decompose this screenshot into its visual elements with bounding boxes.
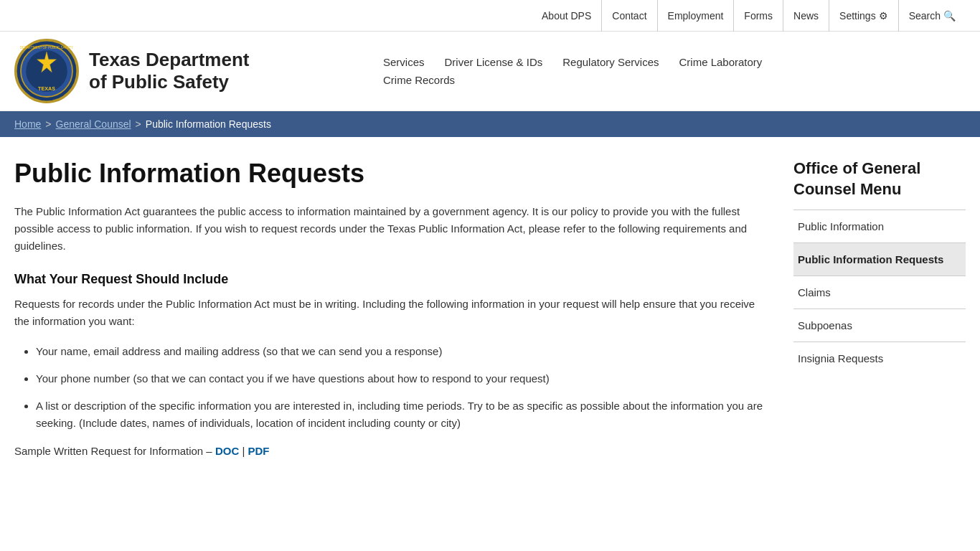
intro-paragraph: The Public Information Act guarantees th…: [14, 203, 772, 255]
sidebar: Office of General Counsel Menu Public In…: [793, 159, 966, 457]
list-item: A list or description of the specific in…: [36, 397, 772, 432]
svg-text:TEXAS: TEXAS: [38, 85, 55, 92]
news-link[interactable]: News: [783, 0, 829, 32]
about-dps-link[interactable]: About DPS: [532, 0, 602, 32]
sample-links-section: Sample Written Request for Information –…: [14, 445, 772, 457]
list-item: Your name, email address and mailing add…: [36, 343, 772, 360]
sidebar-link-subpoenas[interactable]: Subpoenas: [793, 309, 966, 342]
sidebar-link-insignia[interactable]: Insignia Requests: [793, 342, 966, 375]
logo-area: TEXAS DEPARTMENT OF PUBLIC SAFETY Texas …: [14, 39, 373, 103]
site-header: TEXAS DEPARTMENT OF PUBLIC SAFETY Texas …: [0, 32, 980, 111]
search-link[interactable]: Search 🔍: [899, 0, 966, 32]
sample-pdf-link[interactable]: PDF: [248, 445, 269, 457]
settings-link[interactable]: Settings ⚙: [829, 0, 899, 32]
sidebar-menu: Public Information Public Information Re…: [793, 209, 966, 375]
site-title: Texas Department of Public Safety: [89, 49, 250, 93]
nav-crime-lab[interactable]: Crime Laboratory: [669, 53, 772, 71]
sidebar-item-public-info: Public Information: [793, 209, 966, 242]
nav-regulatory[interactable]: Regulatory Services: [552, 53, 669, 71]
section-heading: What Your Request Should Include: [14, 272, 772, 287]
forms-link[interactable]: Forms: [734, 0, 783, 32]
main-content: Public Information Requests The Public I…: [14, 159, 772, 457]
employment-link[interactable]: Employment: [658, 0, 735, 32]
breadcrumb-current: Public Information Requests: [146, 118, 271, 130]
dps-seal: TEXAS DEPARTMENT OF PUBLIC SAFETY: [14, 39, 79, 103]
top-utility-bar: About DPS Contact Employment Forms News …: [0, 0, 980, 32]
page-title: Public Information Requests: [14, 159, 772, 189]
search-label: Search: [909, 0, 941, 32]
contact-link[interactable]: Contact: [602, 0, 657, 32]
nav-crime-records[interactable]: Crime Records: [373, 71, 465, 89]
breadcrumb-home[interactable]: Home: [14, 118, 41, 130]
sidebar-link-pir[interactable]: Public Information Requests: [793, 243, 966, 276]
requirements-list: Your name, email address and mailing add…: [36, 343, 772, 432]
breadcrumb-sep-1: >: [45, 118, 51, 130]
svg-text:DEPARTMENT OF PUBLIC SAFETY: DEPARTMENT OF PUBLIC SAFETY: [20, 46, 73, 50]
section-intro: Requests for records under the Public In…: [14, 296, 772, 330]
page-container: Public Information Requests The Public I…: [0, 137, 980, 479]
search-icon: 🔍: [943, 0, 956, 32]
breadcrumb-sep-2: >: [136, 118, 141, 130]
nav-services[interactable]: Services: [373, 53, 435, 71]
sidebar-link-public-info[interactable]: Public Information: [793, 210, 966, 242]
breadcrumb: Home > General Counsel > Public Informat…: [0, 111, 980, 137]
main-nav: Services Driver License & IDs Regulatory…: [373, 53, 966, 89]
sidebar-link-claims[interactable]: Claims: [793, 276, 966, 309]
nav-driver-license[interactable]: Driver License & IDs: [435, 53, 553, 71]
sample-label: Sample Written Request for Information: [14, 445, 203, 457]
settings-label: Settings: [839, 0, 876, 32]
sidebar-item-subpoenas: Subpoenas: [793, 309, 966, 342]
sidebar-title: Office of General Counsel Menu: [793, 159, 966, 199]
sample-doc-link[interactable]: DOC: [215, 445, 239, 457]
list-item: Your phone number (so that we can contac…: [36, 370, 772, 387]
settings-icon: ⚙: [879, 0, 888, 32]
sidebar-item-pir: Public Information Requests: [793, 242, 966, 276]
sidebar-item-insignia: Insignia Requests: [793, 342, 966, 375]
breadcrumb-general-counsel[interactable]: General Counsel: [56, 118, 131, 130]
sidebar-item-claims: Claims: [793, 276, 966, 309]
